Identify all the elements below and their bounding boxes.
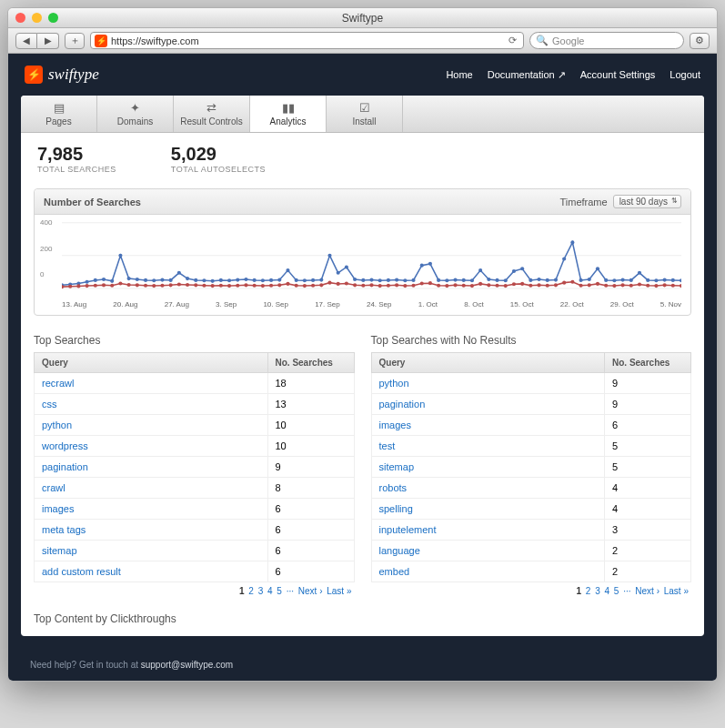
query-link[interactable]: pagination xyxy=(379,399,426,410)
add-button[interactable]: ＋ xyxy=(65,33,85,49)
timeframe-select[interactable]: last 90 days xyxy=(613,195,681,208)
traffic-lights[interactable] xyxy=(15,13,58,23)
pagination[interactable]: 1 2 3 4 5 ··· Next › Last » xyxy=(34,582,355,600)
brand-logo[interactable]: ⚡ swiftype xyxy=(25,66,99,84)
back-button[interactable]: ◀ xyxy=(15,33,37,49)
query-link[interactable]: sitemap xyxy=(379,461,415,472)
query-link[interactable]: robots xyxy=(379,482,408,493)
tab-domains[interactable]: ✦Domains xyxy=(97,96,174,132)
svg-point-39 xyxy=(361,278,365,282)
svg-point-49 xyxy=(445,278,448,282)
page-link[interactable]: 2 xyxy=(248,586,254,596)
svg-point-142 xyxy=(596,282,599,286)
svg-point-136 xyxy=(546,284,549,288)
table-row: add custom result6 xyxy=(35,561,355,582)
query-link[interactable]: css xyxy=(42,399,57,410)
nav-logout[interactable]: Logout xyxy=(670,69,700,81)
table-row: python9 xyxy=(371,373,691,394)
svg-point-100 xyxy=(244,283,247,287)
search-bar[interactable]: 🔍 Google xyxy=(529,32,684,49)
query-link[interactable]: python xyxy=(42,420,72,430)
settings-button[interactable]: ⚙ xyxy=(690,33,710,49)
page-link[interactable]: 4 xyxy=(604,586,609,596)
nav-settings[interactable]: Account Settings xyxy=(580,69,656,81)
count-cell: 4 xyxy=(605,499,691,520)
support-email[interactable]: support@swiftype.com xyxy=(141,660,233,670)
query-link[interactable]: embed xyxy=(379,566,410,577)
page-link[interactable]: ··· xyxy=(287,586,294,596)
query-link[interactable]: crawl xyxy=(42,482,65,493)
count-cell: 5 xyxy=(605,457,691,478)
svg-point-75 xyxy=(663,278,667,282)
tabstrip: ▤Pages✦Domains⇄Result Controls▮▮Analytic… xyxy=(21,96,704,133)
query-link[interactable]: meta tags xyxy=(42,524,86,535)
page-link[interactable]: 2 xyxy=(586,586,591,596)
svg-point-16 xyxy=(169,278,173,282)
top-content-title: Top Content by Clickthroughs xyxy=(21,609,704,636)
page-link[interactable]: 3 xyxy=(258,586,264,596)
svg-point-96 xyxy=(211,284,215,288)
nav-home[interactable]: Home xyxy=(446,69,472,81)
tab-pages[interactable]: ▤Pages xyxy=(21,96,97,132)
svg-point-115 xyxy=(369,283,373,287)
svg-point-9 xyxy=(110,279,114,283)
query-link[interactable]: spelling xyxy=(379,503,413,514)
page-link[interactable]: 4 xyxy=(267,586,273,596)
window-titlebar: Swiftype xyxy=(8,8,717,28)
query-link[interactable]: language xyxy=(379,545,420,556)
page-link[interactable]: ··· xyxy=(623,586,630,596)
forward-button[interactable]: ▶ xyxy=(37,33,59,49)
query-link[interactable]: add custom result xyxy=(42,566,121,577)
svg-point-51 xyxy=(462,278,466,282)
svg-point-37 xyxy=(345,265,348,268)
reload-icon[interactable]: ⟳ xyxy=(505,35,519,46)
svg-point-54 xyxy=(487,278,490,281)
svg-point-119 xyxy=(403,284,407,288)
page-link[interactable]: 1 xyxy=(576,586,581,596)
page-link[interactable]: Last » xyxy=(327,586,351,596)
query-link[interactable]: test xyxy=(379,440,396,451)
table-row: test5 xyxy=(371,436,691,457)
query-link[interactable]: inputelement xyxy=(379,524,437,535)
query-link[interactable]: recrawl xyxy=(42,378,74,389)
svg-point-90 xyxy=(160,284,164,288)
svg-point-140 xyxy=(579,284,583,288)
table-row: pagination9 xyxy=(371,394,691,415)
svg-point-88 xyxy=(144,284,147,288)
svg-point-31 xyxy=(295,278,298,282)
tab-result-controls[interactable]: ⇄Result Controls xyxy=(174,96,250,132)
svg-point-12 xyxy=(136,278,139,281)
page-link[interactable]: Next › xyxy=(298,586,323,596)
col-count: No. Searches xyxy=(267,353,354,373)
query-link[interactable]: images xyxy=(379,420,411,430)
page-link[interactable]: 5 xyxy=(277,586,282,596)
svg-point-86 xyxy=(127,283,131,287)
svg-point-118 xyxy=(395,283,398,287)
close-icon[interactable] xyxy=(15,13,25,23)
svg-point-135 xyxy=(537,283,540,287)
chart-body: 4002000 13. Aug20. Aug27. Aug3. Sep10. S… xyxy=(35,215,690,315)
page-link[interactable]: Last » xyxy=(664,586,689,596)
check-icon: ☑ xyxy=(359,101,370,115)
svg-point-69 xyxy=(612,278,616,282)
count-cell: 6 xyxy=(267,561,354,582)
zoom-icon[interactable] xyxy=(48,13,58,23)
query-link[interactable]: python xyxy=(379,378,409,389)
svg-point-11 xyxy=(127,277,131,280)
query-link[interactable]: sitemap xyxy=(42,545,77,556)
svg-point-125 xyxy=(453,283,457,287)
page-link[interactable]: 3 xyxy=(595,586,600,596)
page-link[interactable]: 5 xyxy=(614,586,619,596)
tab-analytics[interactable]: ▮▮Analytics xyxy=(250,96,327,132)
query-link[interactable]: images xyxy=(42,503,74,514)
url-bar[interactable]: ⚡ https://swiftype.com ⟳ xyxy=(90,32,524,49)
nav-docs[interactable]: Documentation ↗ xyxy=(488,69,566,81)
query-link[interactable]: wordpress xyxy=(42,440,88,451)
svg-point-57 xyxy=(512,269,516,273)
tab-install[interactable]: ☑Install xyxy=(327,96,403,132)
query-link[interactable]: pagination xyxy=(42,461,88,472)
page-link[interactable]: 1 xyxy=(239,586,245,596)
page-link[interactable]: Next › xyxy=(635,586,660,596)
pagination[interactable]: 1 2 3 4 5 ··· Next › Last » xyxy=(371,582,692,600)
minimize-icon[interactable] xyxy=(32,13,42,23)
